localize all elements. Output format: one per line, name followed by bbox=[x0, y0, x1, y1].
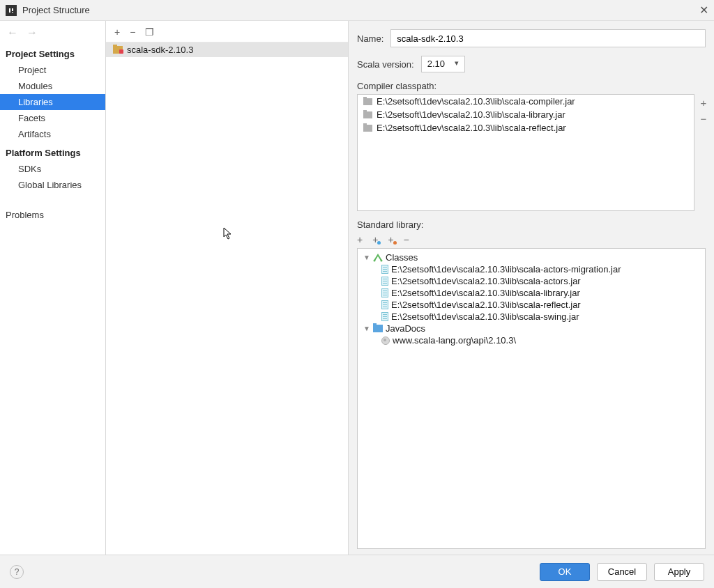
sidebar-item-project[interactable]: Project bbox=[0, 62, 105, 78]
remove-library-icon[interactable]: − bbox=[130, 26, 135, 38]
details-panel: Name: Scala version: 2.10 Compiler class… bbox=[349, 21, 714, 555]
compiler-classpath-list[interactable]: E:\2setsoft\1dev\scala2.10.3\lib\scala-c… bbox=[357, 94, 694, 211]
apply-button[interactable]: Apply bbox=[654, 563, 704, 581]
add-classpath-icon[interactable]: + bbox=[701, 97, 707, 109]
library-list-item[interactable]: scala-sdk-2.10.3 bbox=[106, 42, 348, 57]
svg-point-5 bbox=[381, 259, 383, 261]
sidebar-heading-platform: Platform Settings bbox=[0, 142, 105, 161]
svg-rect-1 bbox=[9, 8, 10, 13]
sidebar-item-global-libraries[interactable]: Global Libraries bbox=[0, 177, 105, 193]
tree-leaf[interactable]: E:\2setsoft\1dev\scala2.10.3\lib\scala-r… bbox=[358, 299, 705, 311]
scala-version-label: Scala version: bbox=[357, 59, 414, 70]
library-name: scala-sdk-2.10.3 bbox=[127, 45, 193, 55]
svg-rect-0 bbox=[8, 7, 15, 14]
sidebar: ← → Project Settings Project Modules Lib… bbox=[0, 21, 106, 555]
remove-classpath-icon[interactable]: − bbox=[701, 113, 707, 125]
cursor-icon bbox=[223, 227, 234, 243]
globe-icon bbox=[381, 336, 390, 345]
classes-label: Classes bbox=[386, 252, 418, 263]
sidebar-item-libraries[interactable]: Libraries bbox=[0, 94, 105, 110]
sidebar-item-problems[interactable]: Problems bbox=[0, 207, 105, 223]
name-input[interactable] bbox=[390, 29, 706, 47]
expand-arrow-icon[interactable]: ▼ bbox=[363, 325, 370, 332]
add-url-root-icon[interactable]: + bbox=[372, 234, 378, 245]
nav-forward-icon[interactable]: → bbox=[26, 26, 38, 39]
close-icon[interactable]: ✕ bbox=[692, 3, 708, 17]
nav-back-icon[interactable]: ← bbox=[7, 26, 18, 39]
add-special-root-icon[interactable]: + bbox=[388, 234, 393, 245]
jar-icon bbox=[381, 312, 388, 321]
classpath-entry[interactable]: E:\2setsoft\1dev\scala2.10.3\lib\scala-l… bbox=[358, 108, 694, 121]
classpath-entry[interactable]: E:\2setsoft\1dev\scala2.10.3\lib\scala-r… bbox=[358, 121, 694, 134]
compiler-classpath-label: Compiler classpath: bbox=[349, 72, 714, 94]
classes-icon bbox=[373, 254, 383, 262]
sidebar-item-modules[interactable]: Modules bbox=[0, 78, 105, 94]
copy-library-icon[interactable]: ❐ bbox=[145, 26, 154, 38]
scala-version-select[interactable]: 2.10 bbox=[421, 56, 465, 72]
cancel-button[interactable]: Cancel bbox=[597, 563, 647, 581]
library-list-panel: + − ❐ scala-sdk-2.10.3 bbox=[106, 21, 349, 555]
tree-node-classes[interactable]: ▼ Classes bbox=[358, 252, 705, 263]
javadocs-folder-icon bbox=[373, 325, 383, 332]
titlebar: Project Structure ✕ bbox=[0, 0, 714, 21]
svg-point-4 bbox=[374, 259, 376, 261]
classpath-entry[interactable]: E:\2setsoft\1dev\scala2.10.3\lib\scala-c… bbox=[358, 95, 694, 108]
svg-rect-3 bbox=[12, 12, 13, 13]
ok-button[interactable]: OK bbox=[540, 563, 590, 581]
name-label: Name: bbox=[357, 33, 383, 44]
tree-leaf[interactable]: E:\2setsoft\1dev\scala2.10.3\lib\scala-s… bbox=[358, 311, 705, 323]
standard-library-label: Standard library: bbox=[349, 211, 714, 233]
sidebar-item-facets[interactable]: Facets bbox=[0, 110, 105, 126]
tree-leaf[interactable]: www.scala-lang.org\api\2.10.3\ bbox=[358, 334, 705, 346]
tree-leaf[interactable]: E:\2setsoft\1dev\scala2.10.3\lib\scala-a… bbox=[358, 263, 705, 275]
standard-library-tree[interactable]: ▼ Classes E:\2setsoft\1dev\scala2.10.3\l… bbox=[357, 248, 706, 549]
remove-root-icon[interactable]: − bbox=[404, 234, 409, 245]
scala-version-value: 2.10 bbox=[427, 59, 445, 69]
expand-arrow-icon[interactable]: ▼ bbox=[363, 254, 370, 261]
tree-node-javadocs[interactable]: ▼ JavaDocs bbox=[358, 323, 705, 334]
add-library-icon[interactable]: + bbox=[114, 26, 120, 38]
jar-icon bbox=[381, 288, 388, 297]
folder-icon bbox=[363, 98, 372, 105]
jar-icon bbox=[381, 265, 388, 274]
dialog-footer: ? OK Cancel Apply bbox=[0, 555, 714, 588]
svg-rect-2 bbox=[12, 8, 13, 11]
scala-folder-icon bbox=[113, 46, 123, 54]
jar-icon bbox=[381, 277, 388, 286]
tree-leaf[interactable]: E:\2setsoft\1dev\scala2.10.3\lib\scala-l… bbox=[358, 287, 705, 299]
folder-icon bbox=[363, 125, 372, 132]
javadocs-label: JavaDocs bbox=[386, 323, 425, 334]
sidebar-heading-project: Project Settings bbox=[0, 43, 105, 62]
help-icon[interactable]: ? bbox=[10, 565, 24, 579]
sidebar-item-artifacts[interactable]: Artifacts bbox=[0, 126, 105, 142]
app-icon bbox=[6, 5, 17, 16]
tree-leaf[interactable]: E:\2setsoft\1dev\scala2.10.3\lib\scala-a… bbox=[358, 275, 705, 287]
add-root-icon[interactable]: + bbox=[357, 234, 363, 245]
folder-icon bbox=[363, 111, 372, 118]
window-title: Project Structure bbox=[22, 5, 692, 15]
jar-icon bbox=[381, 300, 388, 309]
sidebar-item-sdks[interactable]: SDKs bbox=[0, 161, 105, 177]
